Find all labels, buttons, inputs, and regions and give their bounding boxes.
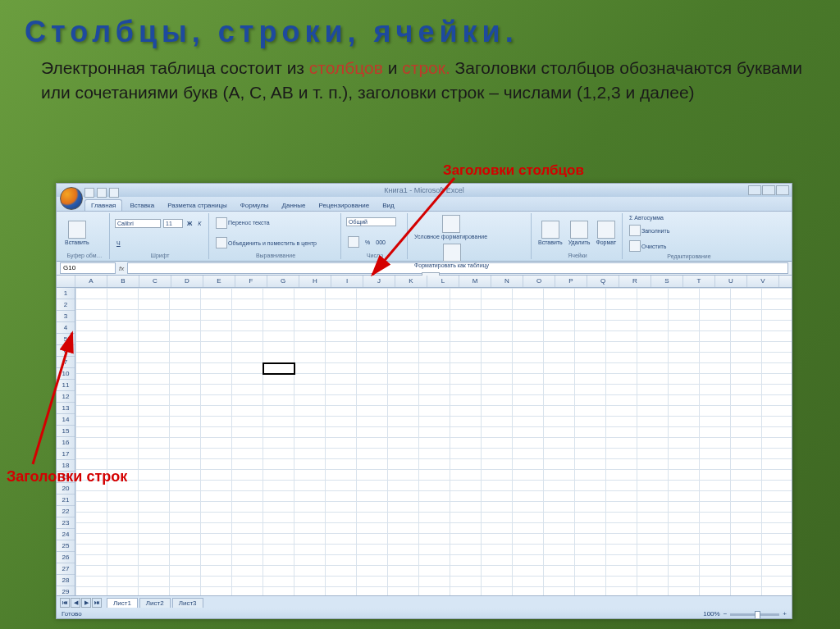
qat-save-icon[interactable] [84, 188, 94, 198]
wrap-icon [216, 217, 227, 229]
cells-area[interactable] [75, 288, 792, 595]
row-header[interactable]: 22 [57, 506, 75, 517]
fill-icon [629, 225, 641, 236]
desc-text-1: Электронная таблица состоит из [41, 58, 309, 77]
col-header[interactable]: M [459, 276, 491, 287]
clear-button[interactable]: Очистить [628, 239, 668, 253]
row-header[interactable]: 23 [57, 517, 75, 529]
delete-icon [570, 221, 588, 239]
insert-cells-button[interactable]: Вставить [536, 220, 564, 246]
sheet-tab[interactable]: Лист1 [107, 598, 138, 608]
col-header[interactable]: S [651, 276, 683, 287]
annotation-column-headers: Заголовки столбцов [443, 162, 584, 179]
font-size-dropdown[interactable]: 11 [163, 219, 183, 228]
col-header[interactable]: N [491, 276, 523, 287]
svg-line-0 [372, 178, 454, 275]
currency-button[interactable] [346, 235, 361, 248]
col-header[interactable]: C [139, 276, 171, 287]
maximize-button[interactable] [762, 185, 775, 195]
row-header[interactable]: 26 [57, 552, 75, 563]
merge-center-button[interactable]: Объединить и поместить в центр [214, 236, 318, 249]
sheet-nav-arrows: ⏮ ◀ ▶ ⏭ [60, 598, 102, 608]
col-header[interactable]: T [683, 276, 715, 287]
group-cells: Вставить Удалить Формат Ячейки [533, 213, 623, 259]
row-header[interactable]: 21 [57, 495, 75, 506]
group-clipboard: Вставить Буфер обм… [60, 213, 110, 259]
spreadsheet-grid: A B C D E F G H I J K L M N O P Q R S T [57, 276, 792, 595]
sheet-nav-prev-icon[interactable]: ◀ [71, 598, 80, 608]
qat-undo-icon[interactable] [97, 188, 107, 198]
autosum-button[interactable]: Σ Автосумма [628, 214, 665, 221]
row-header[interactable]: 2 [57, 299, 75, 311]
col-header[interactable]: I [331, 276, 363, 287]
row-header[interactable]: 25 [57, 540, 75, 552]
desc-highlight-rows: строк. [402, 58, 450, 77]
sheet-nav-first-icon[interactable]: ⏮ [60, 598, 70, 608]
col-header[interactable]: B [107, 276, 139, 287]
name-box[interactable]: G10 [60, 262, 116, 274]
office-button[interactable] [60, 187, 83, 210]
row-header[interactable]: 24 [57, 529, 75, 540]
group-alignment: Перенос текста Объединить и поместить в … [211, 213, 341, 259]
quick-access-toolbar [84, 188, 119, 198]
close-button[interactable] [776, 185, 789, 195]
col-header[interactable]: D [171, 276, 203, 287]
bold-button[interactable]: Ж [185, 220, 194, 227]
row-header[interactable]: 28 [57, 575, 75, 586]
tab-formulas[interactable]: Формулы [235, 200, 275, 211]
minimize-button[interactable] [748, 185, 761, 195]
row-header[interactable]: 3 [57, 311, 75, 322]
group-label-clipboard: Буфер обм… [63, 252, 106, 258]
col-header[interactable]: Q [587, 276, 619, 287]
col-header[interactable]: O [523, 276, 555, 287]
sheet-tab[interactable]: Лист2 [139, 598, 171, 608]
underline-button[interactable]: Ч [115, 239, 122, 247]
col-header[interactable]: U [715, 276, 747, 287]
col-header[interactable]: F [235, 276, 267, 287]
slide-title: Столбцы, строки, ячейки. [0, 0, 840, 49]
zoom-in-button[interactable]: + [783, 608, 787, 619]
tab-data[interactable]: Данные [276, 200, 312, 211]
wrap-text-button[interactable]: Перенос текста [214, 217, 272, 230]
tab-insert[interactable]: Вставка [124, 200, 160, 211]
italic-button[interactable]: К [196, 220, 203, 227]
select-all-corner[interactable] [57, 276, 75, 287]
arrow-to-rows [21, 328, 87, 467]
col-header[interactable]: V [747, 276, 779, 287]
selected-cell[interactable] [262, 362, 295, 375]
row-header[interactable]: 1 [57, 288, 75, 299]
row-header[interactable]: 27 [57, 563, 75, 575]
col-header[interactable]: E [203, 276, 235, 287]
sheet-tab-bar: ⏮ ◀ ▶ ⏭ Лист1 Лист2 Лист3 [57, 595, 792, 608]
paste-icon [68, 221, 86, 239]
tab-page-layout[interactable]: Разметка страницы [162, 200, 233, 211]
tab-home[interactable]: Главная [84, 199, 122, 211]
col-header[interactable]: H [299, 276, 331, 287]
fill-button[interactable]: Заполнить [628, 224, 671, 237]
font-name-dropdown[interactable]: Calibri [115, 219, 161, 228]
desc-highlight-columns: столбцов [309, 58, 383, 77]
zoom-slider[interactable] [730, 613, 779, 616]
group-label-editing: Редактирование [628, 253, 751, 259]
qat-redo-icon[interactable] [109, 188, 119, 198]
annotation-row-headers: Заголовки строк [7, 468, 127, 485]
sheet-nav-next-icon[interactable]: ▶ [81, 598, 91, 608]
fx-icon[interactable]: fx [119, 265, 124, 272]
row-header[interactable]: 29 [57, 586, 75, 595]
zoom-out-button[interactable]: − [724, 608, 728, 619]
arrow-to-columns [364, 176, 463, 283]
sheet-nav-last-icon[interactable]: ⏭ [92, 598, 102, 608]
delete-cells-button[interactable]: Удалить [567, 220, 592, 246]
slide-description: Электронная таблица состоит из столбцов … [0, 49, 840, 106]
format-cells-button[interactable]: Формат [594, 220, 618, 246]
col-header[interactable]: A [75, 276, 107, 287]
sheet-tab[interactable]: Лист3 [172, 598, 203, 608]
group-label-font: Шрифт [115, 252, 205, 258]
col-header[interactable]: P [555, 276, 587, 287]
zoom-value: 100% [703, 608, 719, 619]
col-header[interactable]: G [267, 276, 299, 287]
col-header[interactable]: R [619, 276, 651, 287]
group-editing: Σ Автосумма Заполнить Очистить Редактиро… [624, 213, 754, 259]
group-label-alignment: Выравнивание [214, 252, 337, 258]
paste-button[interactable]: Вставить [63, 220, 91, 246]
